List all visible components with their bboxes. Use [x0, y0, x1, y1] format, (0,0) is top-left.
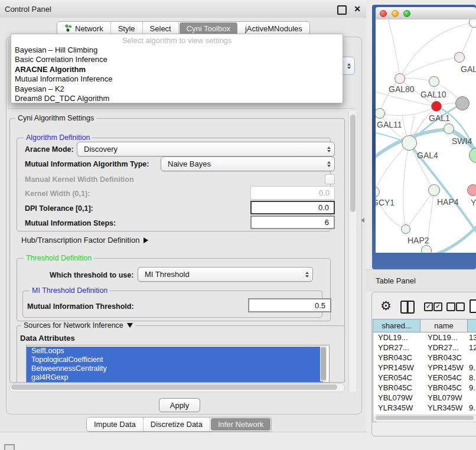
- close-traffic-light-icon[interactable]: [380, 10, 387, 17]
- tab-discretize-data[interactable]: Discretize Data: [144, 418, 210, 431]
- dpi-tolerance-input[interactable]: 0.0: [250, 201, 335, 214]
- table-cell[interactable]: [468, 393, 476, 403]
- tab-impute-data[interactable]: Impute Data: [87, 418, 144, 431]
- table-row[interactable]: YDL19...YDL19...13: [373, 332, 476, 343]
- apply-button[interactable]: Apply: [159, 398, 200, 412]
- checked-checkbox-icon[interactable]: ✓: [424, 302, 433, 311]
- attribute-item-selfloops[interactable]: SelfLoops: [27, 347, 323, 356]
- manual-kernel-checkbox[interactable]: [325, 174, 335, 184]
- table-cell[interactable]: YDL19...: [420, 332, 468, 343]
- table-horizontal-scrollbar-thumb[interactable]: [376, 416, 474, 420]
- table-column-header-name[interactable]: name: [420, 319, 468, 332]
- dropdown-item-mutual-information-inference[interactable]: Mutual Information Inference: [15, 74, 112, 84]
- table-cell[interactable]: 13: [468, 332, 476, 343]
- aracne-mode-combo[interactable]: Discovery: [77, 142, 335, 156]
- network-node-gal1[interactable]: [431, 101, 442, 112]
- table-cell[interactable]: YPR145W: [373, 363, 420, 373]
- attributes-list-scrollbar-thumb[interactable]: [321, 347, 326, 380]
- table-row[interactable]: YDR27...YDR27...12: [373, 343, 476, 353]
- network-node-gal4[interactable]: [402, 135, 417, 151]
- table-cell[interactable]: 8.: [468, 373, 476, 383]
- table-cell[interactable]: YDR27...: [420, 343, 468, 353]
- table-column-header-shared[interactable]: shared...: [373, 319, 420, 332]
- minimize-traffic-light-icon[interactable]: [392, 10, 399, 17]
- table-cell[interactable]: YDR27...: [373, 343, 420, 353]
- table-cell[interactable]: YER054C: [420, 373, 468, 383]
- dropdown-item-bayesian-k2[interactable]: Bayesian – K2: [15, 84, 64, 94]
- tab-cyni-toolbox[interactable]: Cyni Toolbox: [180, 22, 237, 35]
- network-node-y[interactable]: [467, 184, 476, 196]
- table-cell[interactable]: 9.: [468, 403, 476, 413]
- table-row[interactable]: YBR043CYBR043C: [373, 353, 476, 363]
- table-cell[interactable]: YPR145W: [420, 363, 468, 373]
- table-row[interactable]: YER054CYER054C8.: [373, 373, 476, 383]
- table-cell[interactable]: YBR043C: [373, 353, 420, 363]
- network-node-unlabeled[interactable]: [455, 96, 470, 110]
- mi-threshold-input[interactable]: 0.5: [248, 298, 331, 312]
- table-cell[interactable]: 9.: [468, 383, 476, 393]
- network-node-gal[interactable]: [454, 52, 465, 63]
- network-node-hap2[interactable]: [401, 224, 410, 234]
- gear-icon[interactable]: ⚙: [380, 299, 392, 312]
- network-window-titlebar[interactable]: [376, 7, 476, 20]
- sources-section[interactable]: Sources for Network Inference: [21, 321, 135, 330]
- table-cell[interactable]: YER054C: [373, 373, 420, 383]
- expanded-arrow-icon[interactable]: [127, 323, 133, 328]
- attribute-item-betweennesscentrality[interactable]: BetweennessCentrality: [27, 364, 323, 373]
- unchecked-checkbox-icon[interactable]: [456, 302, 465, 311]
- settings-vertical-scrollbar-thumb[interactable]: [350, 115, 356, 212]
- table-row[interactable]: YBR045CYBR045C9.: [373, 383, 476, 393]
- which-threshold-combo[interactable]: MI Threshold: [138, 267, 313, 282]
- table-cell[interactable]: YBR043C: [420, 353, 468, 363]
- attributes-list-scrollbar[interactable]: [320, 346, 327, 381]
- table-row[interactable]: YBL079WYBL079W: [373, 393, 476, 403]
- network-node-hap4[interactable]: [428, 184, 440, 196]
- hub-transcription-factor-label: Hub/Transcription Factor Definition: [21, 236, 139, 244]
- float-panel-icon[interactable]: [337, 5, 347, 15]
- table-column-header-2[interactable]: [468, 319, 476, 332]
- table-cell[interactable]: YLR345W: [373, 403, 420, 413]
- column-view-icon[interactable]: [400, 301, 415, 314]
- settings-horizontal-scrollbar[interactable]: [9, 383, 345, 392]
- node-attribute-table[interactable]: shared...nameYDL19...YDL19...13YDR27...Y…: [373, 319, 476, 422]
- unchecked-checkbox-icon[interactable]: [446, 302, 455, 311]
- attribute-item-topologicalcoefficient[interactable]: TopologicalCoefficient: [27, 356, 323, 364]
- settings-horizontal-scrollbar-thumb[interactable]: [11, 384, 337, 390]
- network-node-unlabeled[interactable]: [421, 245, 432, 253]
- mi-steps-input[interactable]: 6: [250, 216, 335, 229]
- collapsed-arrow-icon[interactable]: [144, 237, 148, 243]
- table-cell[interactable]: YBR045C: [420, 383, 468, 393]
- mi-algorithm-type-combo[interactable]: Naive Bayes: [161, 156, 335, 171]
- zoom-traffic-light-icon[interactable]: [403, 10, 410, 17]
- table-horizontal-scrollbar[interactable]: [374, 415, 476, 422]
- dropdown-item-basic-correlation-inference[interactable]: Basic Correlation Inference: [15, 55, 107, 64]
- table-cell[interactable]: YBL079W: [373, 393, 420, 403]
- data-attributes-list[interactable]: SelfLoopsTopologicalCoefficientBetweenne…: [26, 345, 330, 383]
- network-node-gal10[interactable]: [429, 76, 439, 87]
- table-cell[interactable]: [468, 353, 476, 363]
- hub-transcription-factor-section[interactable]: Hub/Transcription Factor Definition: [21, 236, 148, 244]
- table-cell[interactable]: YBR045C: [373, 383, 420, 393]
- close-icon[interactable]: ✕: [354, 4, 361, 14]
- network-canvas[interactable]: GALGAL80GAL10GAL1GAL11SWI4GAL4GCY1HAP4YH…: [376, 19, 476, 253]
- table-cell[interactable]: 12: [468, 343, 476, 353]
- dropdown-item-bayesian-hill-climbing[interactable]: Bayesian – Hill Climbing: [15, 45, 97, 55]
- split-pane-collapse-icon[interactable]: [361, 218, 364, 223]
- minimized-panel-icon[interactable]: [4, 444, 15, 450]
- table-cell[interactable]: 9.: [468, 363, 476, 373]
- table-row[interactable]: YLR345WYLR345W9.: [373, 403, 476, 413]
- tab-infer-network[interactable]: Infer Network: [211, 418, 270, 431]
- table-cell[interactable]: YLR345W: [420, 403, 468, 413]
- document-icon[interactable]: [470, 299, 476, 313]
- dropdown-item-dream8-dc-tdc-algorithm[interactable]: Dream8 DC_TDC Algorithm: [15, 94, 109, 103]
- network-node-swi4[interactable]: [444, 123, 454, 134]
- table-row[interactable]: YPR145WYPR145W9.: [373, 363, 476, 373]
- attribute-item-gal4rgexp[interactable]: gal4RGexp: [27, 373, 323, 382]
- checked-checkbox-icon[interactable]: ✓: [433, 302, 442, 311]
- kernel-width-input[interactable]: 0.0: [250, 186, 335, 200]
- table-cell[interactable]: YBL079W: [420, 393, 468, 403]
- settings-vertical-scrollbar[interactable]: [348, 111, 357, 392]
- table-cell[interactable]: YDL19...: [373, 332, 420, 343]
- network-node-gal80[interactable]: [395, 73, 405, 84]
- dropdown-item-aracne-algorithm[interactable]: ARACNE Algorithm: [15, 65, 86, 74]
